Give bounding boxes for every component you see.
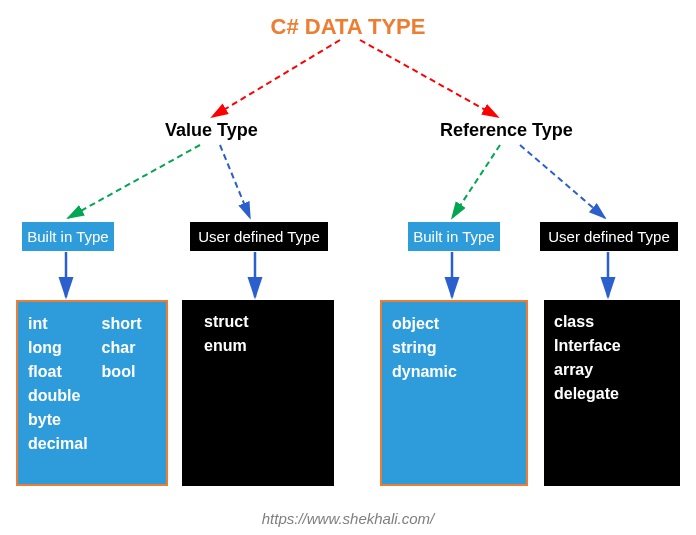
leaf-item: float (28, 360, 88, 384)
svg-line-3 (220, 145, 250, 218)
value-type-label: Value Type (165, 120, 258, 141)
leaf-item: object (392, 312, 516, 336)
leaf-item: enum (204, 334, 324, 358)
svg-line-5 (520, 145, 605, 218)
ref-userdef-leaf: class Interface array delegate (544, 300, 680, 486)
svg-line-0 (212, 40, 340, 117)
leaf-item: dynamic (392, 360, 516, 384)
leaf-item: int (28, 312, 88, 336)
ref-builtin-box: Built in Type (408, 222, 500, 251)
svg-line-2 (68, 145, 200, 218)
reference-type-label: Reference Type (440, 120, 573, 141)
footer-link: https://www.shekhali.com/ (0, 510, 696, 527)
leaf-item: long (28, 336, 88, 360)
value-userdef-box: User defined Type (190, 222, 328, 251)
leaf-item: class (554, 310, 670, 334)
value-builtin-box: Built in Type (22, 222, 114, 251)
leaf-item: decimal (28, 432, 88, 456)
leaf-item: delegate (554, 382, 670, 406)
svg-line-1 (360, 40, 498, 117)
ref-userdef-box: User defined Type (540, 222, 678, 251)
leaf-item: string (392, 336, 516, 360)
leaf-item: bool (102, 360, 142, 384)
diagram-title: C# DATA TYPE (0, 14, 696, 40)
leaf-item: Interface (554, 334, 670, 358)
ref-builtin-leaf: object string dynamic (380, 300, 528, 486)
value-userdef-leaf: struct enum (182, 300, 334, 486)
leaf-item: short (102, 312, 142, 336)
leaf-item: char (102, 336, 142, 360)
leaf-item: byte (28, 408, 88, 432)
value-builtin-leaf: int long float double byte decimal short… (16, 300, 168, 486)
leaf-item: double (28, 384, 88, 408)
svg-line-4 (452, 145, 500, 218)
leaf-item: struct (204, 310, 324, 334)
leaf-item: array (554, 358, 670, 382)
